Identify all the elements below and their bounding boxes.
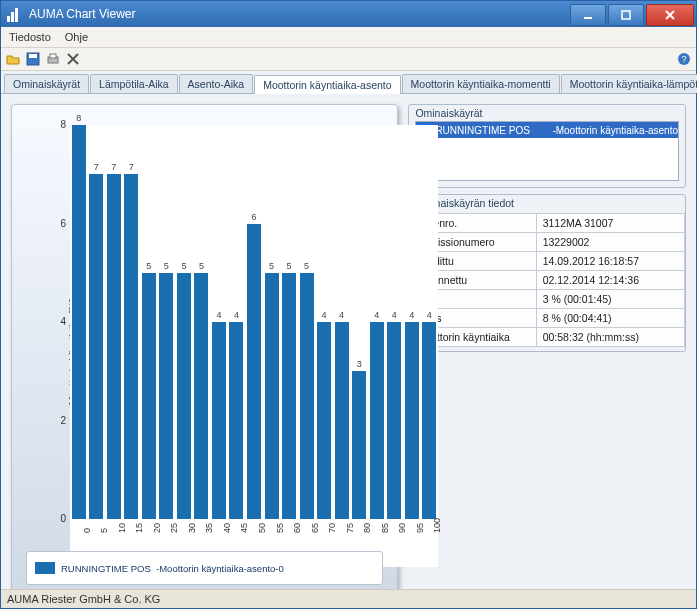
x-tick: 30 [187,523,197,533]
series-desc: -Moottorin käyntiaika-asento [552,125,678,136]
bar [335,322,349,519]
info-group-title: Ominaiskäyrän tiedot [409,195,685,211]
chart-legend: RUNNINGTIME POS -Moottorin käyntiaika-as… [26,551,383,585]
help-icon[interactable]: ? [676,51,692,67]
tab-ominaiskayrat[interactable]: Ominaiskäyrät [4,74,89,93]
chart-card: Moottorin käyntiaika [%] 877755554465554… [11,104,398,589]
bar-label: 5 [142,261,156,271]
bar-label: 5 [194,261,208,271]
bar-label: 8 [72,113,86,123]
bar [247,224,261,520]
bar-label: 4 [335,310,349,320]
bar [352,371,366,519]
tab-kayntiaika-lampotila[interactable]: Moottorin käyntiaika-lämpötila [561,74,697,93]
info-table: Laitenro.3112MA 31007 Komissionumero1322… [409,213,685,347]
status-bar: AUMA Riester GmbH & Co. KG [1,589,696,608]
delete-icon[interactable] [65,51,81,67]
tab-asento-aika[interactable]: Asento-Aika [179,74,254,93]
table-row: Min3 % (00:01:45) [410,290,685,309]
svg-text:?: ? [681,54,686,64]
tab-lampotila-aika[interactable]: Lämpötila-Aika [90,74,177,93]
x-tick: 65 [310,523,320,533]
bar-label: 5 [177,261,191,271]
table-row: Moottorin käyntiaika00:58:32 (hh:mm:ss) [410,328,685,347]
menu-help[interactable]: Ohje [65,31,88,43]
bar [142,273,156,519]
x-tick: 15 [134,523,144,533]
x-tick: 10 [117,523,127,533]
legend-swatch [35,562,55,574]
close-button[interactable] [646,4,694,26]
x-tick: 45 [239,523,249,533]
bar-label: 5 [282,261,296,271]
x-tick: 5 [99,528,109,533]
y-tick: 8 [52,119,66,130]
table-row: Laitenro.3112MA 31007 [410,214,685,233]
table-row: Tallennettu02.12.2014 12:14:36 [410,271,685,290]
toolbar: ? [1,48,696,71]
bar-label: 7 [124,162,138,172]
bar-label: 5 [159,261,173,271]
bar-label: 4 [387,310,401,320]
save-icon[interactable] [25,51,41,67]
bar [124,174,138,519]
bar-label: 7 [107,162,121,172]
x-tick: 95 [415,523,425,533]
minimize-button[interactable] [570,4,606,26]
right-column: Ominaiskäyrät RUNNINGTIME POS -Moottorin… [408,104,686,579]
series-item[interactable]: RUNNINGTIME POS -Moottorin käyntiaika-as… [416,122,678,138]
bar [177,273,191,519]
bar-label: 7 [89,162,103,172]
legend-series: RUNNINGTIME POS [61,563,151,574]
legend-sub: -Moottorin käyntiaika-asento-0 [156,563,284,574]
bar [212,322,226,519]
table-row: Maks8 % (00:04:41) [410,309,685,328]
bar-label: 4 [370,310,384,320]
y-tick: 0 [52,513,66,524]
maximize-button[interactable] [608,4,644,26]
series-listbox[interactable]: RUNNINGTIME POS -Moottorin käyntiaika-as… [415,121,679,181]
bar-label: 4 [229,310,243,320]
x-tick: 60 [292,523,302,533]
bar-label: 4 [212,310,226,320]
menubar: Tiedosto Ohje [1,27,696,48]
tab-kayntiaika-momentti[interactable]: Moottorin käyntiaika-momentti [402,74,560,93]
bar [317,322,331,519]
bar-label: 3 [352,359,366,369]
bar [107,174,121,519]
info-group: Ominaiskäyrän tiedot Laitenro.3112MA 310… [408,194,686,352]
x-tick: 100 [432,518,442,533]
series-group: Ominaiskäyrät RUNNINGTIME POS -Moottorin… [408,104,686,188]
table-row: Komissionumero13229002 [410,233,685,252]
x-tick: 75 [345,523,355,533]
x-tick: 80 [362,523,372,533]
bar [300,273,314,519]
x-tick: 55 [275,523,285,533]
svg-rect-7 [50,54,56,58]
x-tick: 50 [257,523,267,533]
bar [387,322,401,519]
app-icon [7,6,23,22]
x-tick: 70 [327,523,337,533]
bars-layer: 877755554465554434444 [70,125,438,567]
x-tick: 90 [397,523,407,533]
bar [265,273,279,519]
open-icon[interactable] [5,51,21,67]
content-area: Moottorin käyntiaika [%] 877755554465554… [1,94,696,589]
x-tick: 0 [82,528,92,533]
window-title: AUMA Chart Viewer [29,7,570,21]
print-icon[interactable] [45,51,61,67]
bar [229,322,243,519]
titlebar[interactable]: AUMA Chart Viewer [1,1,696,27]
bar [405,322,419,519]
menu-file[interactable]: Tiedosto [9,31,51,43]
tab-kayntiaika-asento[interactable]: Moottorin käyntiaika-asento [254,75,400,94]
bar-label: 4 [422,310,436,320]
table-row: Laadittu14.09.2012 16:18:57 [410,252,685,271]
bar [89,174,103,519]
series-name: RUNNINGTIME POS [435,125,552,136]
series-group-title: Ominaiskäyrät [409,105,685,121]
bar [194,273,208,519]
bar [282,273,296,519]
x-tick: 40 [222,523,232,533]
